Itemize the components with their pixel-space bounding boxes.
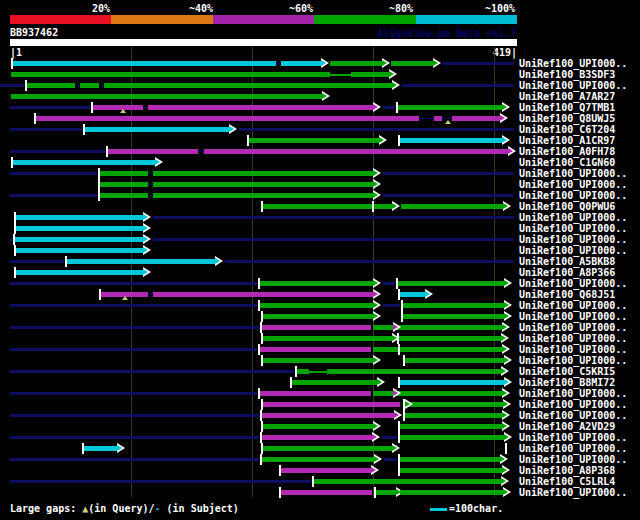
query-gap-text: (in Query)/ (88, 503, 154, 514)
hsp-bar (330, 74, 351, 76)
hit-label[interactable]: UniRef100_UPI000.. (519, 432, 627, 443)
arrowhead-icon (501, 335, 506, 341)
arrowhead-icon (372, 434, 377, 440)
hit-label[interactable]: UniRef100_A8P366 (519, 267, 615, 278)
hsp-boundary-tick (261, 355, 263, 366)
hit-label[interactable]: UniRef100_A2VD29 (519, 421, 615, 432)
hsp-bar (351, 72, 389, 77)
hsp-bar (26, 83, 392, 88)
hsp-bar (407, 402, 503, 407)
scale-tick-label: ~100% (485, 3, 515, 14)
hit-label[interactable]: UniRef100_Q68J51 (519, 289, 615, 300)
hit-label[interactable]: UniRef100_Q8UWJ5 (519, 113, 615, 124)
arrowhead-icon (143, 225, 148, 231)
scalebar-label: =100char. (449, 503, 503, 514)
hsp-boundary-tick (98, 190, 100, 201)
hit-label[interactable]: UniRef100_C1GN60 (519, 157, 615, 168)
alignment-row: UniRef100_UPI000.. (0, 355, 640, 366)
hit-label[interactable]: UniRef100_UPI000.. (519, 399, 627, 410)
subject-gap-text: (in Subject) (161, 503, 239, 514)
arrowhead-icon (373, 423, 378, 429)
subject-extent-line (383, 106, 395, 109)
arrowhead-icon (504, 434, 509, 440)
hit-label[interactable]: UniRef100_C6T204 (519, 124, 615, 135)
subject-extent-line (153, 238, 514, 241)
hit-label[interactable]: UniRef100_UPI000.. (519, 234, 627, 245)
hit-label[interactable]: UniRef100_UPI000.. (519, 179, 627, 190)
alignment-row: UniRef100_UPI000.. (0, 443, 640, 454)
hit-label[interactable]: UniRef100_UPI000.. (519, 300, 627, 311)
arrowhead-icon (502, 324, 507, 330)
alignment-row: UniRef100_A2VD29 (0, 421, 640, 432)
arrowhead-icon (504, 302, 509, 308)
hit-label[interactable]: UniRef100_A0FH78 (519, 146, 615, 157)
subject-extent-line (383, 172, 514, 175)
subject-extent-line (10, 458, 259, 461)
hit-label[interactable]: UniRef100_B3SDF3 (519, 69, 615, 80)
hsp-boundary-tick (397, 333, 399, 344)
hsp-boundary-tick (374, 487, 376, 498)
hit-label[interactable]: UniRef100_A8P368 (519, 465, 615, 476)
hsp-boundary-tick (261, 333, 263, 344)
hit-label[interactable]: UniRef100_Q7TMB1 (519, 102, 615, 113)
hsp-boundary-tick (14, 245, 16, 256)
hit-label[interactable]: UniRef100_A7AR27 (519, 91, 615, 102)
hsp-bar (262, 314, 373, 319)
hsp-bar (262, 336, 392, 341)
hit-label[interactable]: UniRef100_UPI000.. (519, 322, 627, 333)
hit-label[interactable]: UniRef100_Q0PWU6 (519, 201, 615, 212)
scale-tick-label: ~80% (389, 3, 413, 14)
hit-label[interactable]: UniRef100_UPI000.. (519, 168, 627, 179)
hsp-bar (296, 369, 309, 374)
arrowhead-icon (502, 412, 507, 418)
hsp-boundary-tick (260, 410, 262, 421)
hit-label[interactable]: UniRef100_UPI000.. (519, 278, 627, 289)
hsp-boundary-tick (403, 355, 405, 366)
hit-label[interactable]: UniRef100_UPI000.. (519, 333, 627, 344)
arrowhead-icon (379, 137, 384, 143)
hit-label[interactable]: UniRef100_UPI000.. (519, 58, 627, 69)
hit-label[interactable]: UniRef100_UPI000.. (519, 410, 627, 421)
hit-label[interactable]: UniRef100_UPI000.. (519, 190, 627, 201)
alignment-row: UniRef100_C6T204 (0, 124, 640, 135)
subject-extent-line (10, 150, 105, 153)
arrowhead-icon (229, 126, 234, 132)
scale-color-segment (10, 15, 111, 24)
hit-label[interactable]: UniRef100_UPI000.. (519, 212, 627, 223)
hit-label[interactable]: UniRef100_UPI000.. (519, 311, 627, 322)
arrowhead-icon (143, 247, 148, 253)
hsp-bar (261, 435, 372, 440)
hsp-boundary-tick (261, 421, 263, 432)
hsp-boundary-tick (401, 300, 403, 311)
hit-label[interactable]: UniRef100_UPI000.. (519, 80, 627, 91)
hit-label[interactable]: UniRef100_C5KRI5 (519, 366, 615, 377)
arrowhead-icon (504, 313, 509, 319)
arrowhead-icon (392, 445, 397, 451)
hit-label[interactable]: UniRef100_UPI000.. (519, 355, 627, 366)
gap-dash (198, 149, 204, 154)
hit-label[interactable]: UniRef100_UPI000.. (519, 487, 627, 498)
hit-label[interactable]: UniRef100_A1CR97 (519, 135, 615, 146)
hit-label[interactable]: UniRef100_UPI000.. (519, 443, 627, 454)
hit-label[interactable]: UniRef100_UPI000.. (519, 344, 627, 355)
hit-label[interactable]: UniRef100_C5LRL4 (519, 476, 615, 487)
hit-label[interactable]: UniRef100_A5BKB8 (519, 256, 615, 267)
hit-label[interactable]: UniRef100_B8MI72 (519, 377, 615, 388)
hit-label[interactable]: UniRef100_UPI000.. (519, 245, 627, 256)
hsp-bar (330, 61, 382, 66)
arrowhead-icon (373, 357, 378, 363)
hit-label[interactable]: UniRef100_UPI000.. (519, 388, 627, 399)
hit-label[interactable]: UniRef100_UPI000.. (519, 223, 627, 234)
subject-extent-line (239, 128, 514, 131)
alignment-row: UniRef100_UPI000.. (0, 322, 640, 333)
hsp-bar (14, 237, 143, 242)
hsp-bar (262, 358, 373, 363)
arrowhead-icon (143, 269, 148, 275)
hsp-bar (376, 490, 396, 495)
alignment-row: UniRef100_A8P368 (0, 465, 640, 476)
alignment-row: UniRef100_UPI000.. (0, 388, 640, 399)
hsp-boundary-tick (82, 443, 84, 454)
hsp-bar (262, 402, 400, 407)
gap-dash (419, 116, 434, 121)
hit-label[interactable]: UniRef100_UPI000.. (519, 454, 627, 465)
